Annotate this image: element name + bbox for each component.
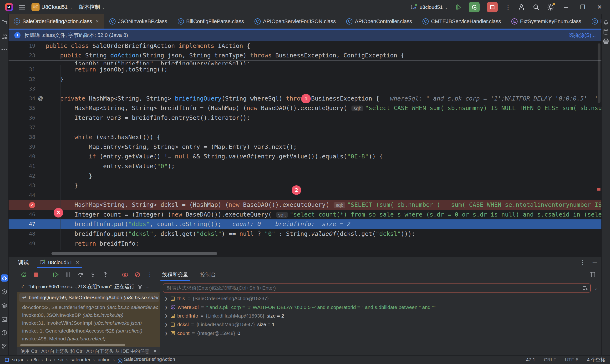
frames-horizontal-scrollbar[interactable] — [20, 344, 125, 346]
line-number[interactable]: 39 — [9, 144, 35, 150]
expand-chevron-icon[interactable]: ❯ — [164, 331, 169, 335]
project-tool-icon[interactable] — [1, 19, 8, 26]
layers-tool-icon[interactable] — [1, 302, 8, 309]
indent-widget[interactable]: 4 个空格 — [587, 357, 605, 363]
variable-row[interactable]: ❯pwhereSql=" and s.pk_corp = '1';WAITFOR… — [163, 303, 601, 311]
window-close-button[interactable]: ✕ — [595, 4, 604, 11]
choose-sources-link[interactable]: 选择源(S)... — [569, 32, 596, 39]
services-tool-icon[interactable] — [1, 288, 8, 295]
encoding-widget[interactable]: UTF-8 — [565, 357, 579, 363]
line-number[interactable]: 40 — [9, 153, 35, 159]
line-number[interactable]: 35 — [9, 105, 35, 111]
line-number[interactable]: 23 — [9, 52, 35, 58]
breadcrumb-item[interactable]: action — [98, 357, 110, 363]
stack-frame-row[interactable]: invoke:498, Method (java.lang.reflect) — [17, 335, 160, 343]
terminal-tool-icon[interactable] — [1, 316, 8, 323]
debug-options-icon[interactable]: ⋮ — [580, 259, 585, 266]
evaluate-expression-input[interactable]: 对表达式求值(Enter)或添加监视(Ctrl+Shift+Enter) — [163, 284, 591, 293]
error-stripe-mark[interactable] — [597, 188, 600, 191]
eval-history-chevron-icon[interactable]: ⌄ — [594, 286, 601, 291]
line-number[interactable]: 42 — [9, 173, 35, 179]
expand-chevron-icon[interactable]: ❯ — [164, 296, 169, 301]
notifications-bell-icon[interactable] — [602, 19, 610, 26]
variable-row[interactable]: ❯this={SaleOrderBriefingAction@15237} — [163, 294, 601, 303]
line-number[interactable]: 41 — [9, 163, 35, 169]
variable-row[interactable]: ❯count={Integer@15948}0 — [163, 329, 601, 338]
window-minimize-button[interactable]: ─ — [562, 4, 571, 11]
editor-tab[interactable]: CAPIOpenController.class — [341, 14, 417, 29]
line-number[interactable]: 36 — [9, 115, 35, 121]
editor-tab[interactable]: CCMTEJBServiceHandler.class — [417, 14, 506, 29]
breadcrumb-item[interactable]: saleorder — [71, 357, 90, 363]
pause-icon[interactable] — [65, 271, 72, 278]
step-into-icon[interactable] — [89, 271, 96, 278]
editor-tab[interactable]: EExtSystemKeyEnum.class — [506, 14, 586, 29]
chevron-down-icon[interactable]: ⌄ — [146, 285, 149, 289]
debug-tool-icon[interactable] — [1, 274, 8, 282]
expand-chevron-icon[interactable]: ❯ — [164, 322, 169, 327]
filter-funnel-icon[interactable] — [138, 284, 143, 289]
add-user-icon[interactable] — [518, 4, 525, 11]
breadcrumb-item[interactable]: so.jar — [12, 357, 24, 363]
step-out-icon[interactable] — [102, 271, 109, 278]
mute-breakpoints-icon[interactable] — [134, 271, 141, 278]
thread-selector[interactable]: ✓ "http-nio-8051-exec...,218 在组"main": 正… — [17, 281, 160, 292]
structure-tool-icon[interactable] — [1, 33, 8, 40]
stack-frame-row[interactable]: invoke:31, InvokeWithJSonImpl (u8c.impl.… — [17, 319, 160, 327]
more-actions-icon[interactable]: ⋮ — [505, 4, 511, 11]
stop-button[interactable] — [487, 2, 498, 13]
expand-chevron-icon[interactable]: ❯ — [164, 314, 169, 318]
project-widget[interactable]: UC U8Cloud51 ⌄ — [31, 3, 73, 11]
stop-icon[interactable] — [32, 271, 39, 278]
tab-threads-variables[interactable]: 线程和变量 — [159, 268, 192, 281]
breakpoint-icon[interactable]: ✓ — [9, 202, 35, 208]
git-tool-icon[interactable] — [1, 343, 8, 350]
printer-tool-icon[interactable] — [602, 38, 610, 45]
rerun-debug-icon[interactable] — [20, 271, 27, 278]
line-number[interactable]: 38 — [9, 134, 35, 140]
line-number[interactable]: 46 — [9, 211, 35, 218]
caret-position-widget[interactable]: 47:1 — [526, 357, 535, 363]
line-number[interactable]: 43 — [9, 182, 35, 188]
add-watch-icon[interactable] — [583, 286, 588, 291]
stack-frame-row[interactable]: doAction:32, SaleOrderBriefingAction (u8… — [17, 303, 160, 311]
line-number[interactable]: 47 — [9, 221, 35, 227]
view-breakpoints-icon[interactable] — [121, 271, 129, 278]
line-number[interactable]: 34 — [9, 95, 35, 102]
variable-row[interactable]: ❯breidfInfo={LinkedHashMap@15938}size = … — [163, 312, 601, 320]
line-number[interactable]: 49 — [9, 241, 35, 247]
hide-panel-icon[interactable]: ─ — [593, 259, 597, 266]
expand-chevron-icon[interactable]: ❯ — [164, 305, 169, 310]
settings-gear-icon[interactable] — [547, 3, 555, 11]
window-restore-button[interactable]: ❐ — [578, 4, 588, 11]
resume-icon[interactable] — [52, 271, 59, 278]
tab-console[interactable]: 控制台 — [197, 268, 219, 281]
editor-horizontal-scrollbar[interactable] — [52, 252, 217, 255]
debug-button[interactable] — [455, 4, 462, 11]
close-icon[interactable]: ✕ — [153, 348, 157, 354]
line-number[interactable]: 37 — [9, 125, 35, 130]
stack-frame-row[interactable]: ↩briefingQuery:59, SaleOrderBriefingActi… — [19, 293, 159, 302]
vcs-widget[interactable]: 版本控制 ⌄ — [79, 4, 105, 11]
breadcrumb-item[interactable]: bs — [46, 357, 51, 363]
editor-tab[interactable]: CBillConfigFileParse.class — [172, 14, 249, 29]
close-icon[interactable]: ✕ — [76, 260, 79, 265]
debug-session-tab[interactable]: u8cloud51 ✕ — [38, 257, 81, 268]
line-number[interactable]: 31 — [9, 66, 35, 72]
line-ending-widget[interactable]: CRLF — [544, 357, 556, 363]
line-number[interactable]: 19 — [9, 43, 35, 49]
stack-frame-row[interactable]: invoke:-1, GeneratedMethodAccessor528 (s… — [17, 327, 160, 335]
line-number[interactable]: 32 — [9, 76, 35, 82]
line-number[interactable]: 48 — [9, 231, 35, 237]
line-number[interactable]: 33 — [9, 86, 35, 92]
hamburger-menu-icon[interactable] — [19, 4, 25, 10]
editor-tab[interactable]: CJSONInvokeBP.class — [104, 14, 172, 29]
breadcrumb-item[interactable]: u8c — [31, 357, 39, 363]
close-icon[interactable]: ✕ — [95, 19, 99, 24]
step-over-icon[interactable] — [77, 271, 84, 278]
editor-vertical-scrollbar[interactable] — [597, 43, 600, 103]
problems-tool-icon[interactable] — [1, 329, 8, 336]
breadcrumb-item[interactable]: so — [58, 357, 63, 363]
variable-row[interactable]: ❯dcksl={LinkedHashMap@15947}size = 1 — [163, 320, 601, 329]
editor-tab[interactable]: CAPIOpenServletForJSON.class — [249, 14, 341, 29]
